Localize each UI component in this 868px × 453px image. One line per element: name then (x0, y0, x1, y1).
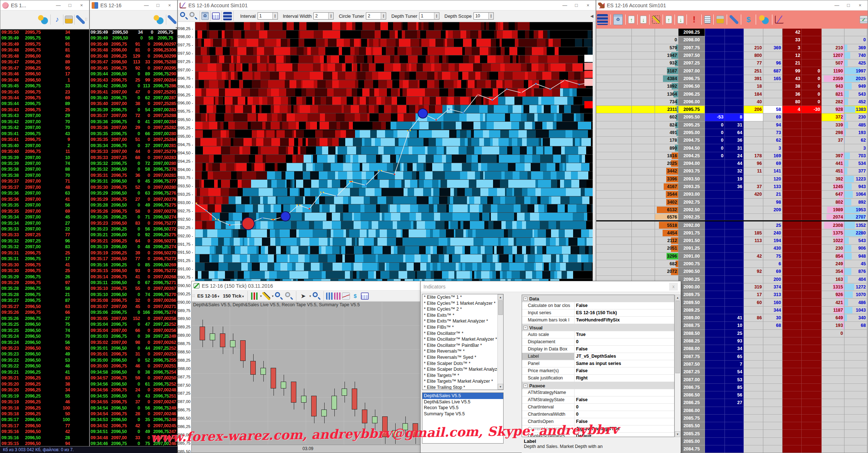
collapse-toolbar-button[interactable]: ◀ (591, 14, 593, 18)
dom-ask-change-cell[interactable] (802, 191, 822, 198)
dom-sells-cell[interactable]: 184 (744, 90, 763, 98)
sheet-icon[interactable] (361, 292, 369, 300)
alert-icon[interactable]: ! (689, 15, 699, 24)
dom-ask-change-cell[interactable] (802, 345, 822, 353)
property-value[interactable]: TwoHundredFiftySix (575, 317, 674, 324)
dom-bid-cell[interactable]: 36 (725, 183, 744, 191)
dom-bid-cell[interactable] (725, 283, 744, 291)
dom-ask-change-cell[interactable] (802, 113, 822, 121)
property-row[interactable]: Scale justificationRight (522, 375, 674, 382)
dom-ask-cell[interactable] (783, 152, 802, 160)
dom-ask-cell[interactable] (783, 330, 802, 337)
dom-ask-change-cell[interactable] (802, 221, 822, 229)
property-value[interactable]: Right (575, 375, 674, 382)
dom-ask-change-cell[interactable] (802, 44, 822, 52)
dom-bid-cell[interactable]: 54 (725, 368, 744, 376)
line-chart-icon[interactable] (342, 292, 350, 300)
dom-bid-change-cell[interactable] (705, 214, 725, 220)
dom-bid-change-cell[interactable] (705, 183, 725, 191)
dom-levels-icon[interactable] (597, 14, 608, 25)
minimize-button[interactable]: — (559, 1, 571, 10)
dom-bid-change-cell[interactable] (705, 268, 725, 275)
dom-buys-cell[interactable]: 169 (763, 152, 783, 160)
instrument-select[interactable]: ES 12-16▾ (196, 293, 221, 299)
dom-bid-change-cell[interactable] (705, 83, 725, 90)
dom-buys-cell[interactable] (763, 337, 783, 345)
dom-sells-cell[interactable]: 42 (744, 253, 763, 260)
clear-markers-icon[interactable] (652, 16, 660, 24)
indicator-list-item[interactable]: * Elite FIBs™ * (422, 324, 503, 331)
dom-bid-change-cell[interactable] (705, 299, 725, 306)
dom-buys-cell[interactable]: 94 (763, 121, 783, 129)
dom-ask-cell[interactable]: 43 (783, 75, 802, 83)
dom-bid-change-cell[interactable] (705, 245, 725, 252)
dom-ask-change-cell[interactable] (802, 376, 822, 383)
dom-ask-cell[interactable] (783, 391, 802, 399)
dom-bid-cell[interactable]: 10 (725, 322, 744, 329)
dom-ask-cell[interactable] (783, 322, 802, 329)
search-icon[interactable] (312, 291, 321, 301)
dom-bid-cell[interactable] (725, 98, 744, 106)
dom-buys-cell[interactable] (763, 98, 783, 106)
property-value[interactable]: JT_v5_DepthSales (575, 353, 674, 360)
dom-sells-cell[interactable] (744, 214, 763, 220)
dom-ask-change-cell[interactable] (802, 206, 822, 214)
dom-ask-change-cell[interactable] (802, 237, 822, 245)
dom-ask-cell[interactable] (783, 368, 802, 376)
dom-bid-cell[interactable]: 7 (725, 361, 744, 368)
dom-bid-cell[interactable]: 53 (725, 376, 744, 383)
dom-buys-cell[interactable]: 313 (763, 291, 783, 299)
dom-ask-cell[interactable] (783, 268, 802, 275)
dom-sells-cell[interactable] (744, 199, 763, 206)
property-row[interactable]: PanelSame as input series (522, 360, 674, 367)
dom-ask-change-cell[interactable] (802, 160, 822, 167)
dom-buys-cell[interactable] (763, 52, 783, 59)
dom-sells-cell[interactable] (744, 322, 763, 329)
dom-buys-cell[interactable] (763, 422, 783, 430)
property-value[interactable]: False (575, 396, 674, 403)
dom-bid-change-cell[interactable] (705, 430, 725, 437)
dom-buys-cell[interactable]: 160 (763, 299, 783, 306)
dom-sells-cell[interactable] (744, 175, 763, 183)
minimize-button[interactable]: — (831, 1, 843, 10)
available-list-scrollbar[interactable]: ▲ ▼ (497, 294, 503, 390)
dom-buys-cell[interactable] (763, 83, 783, 90)
property-row[interactable]: Input seriesES 12-16 (150 Tick) (522, 309, 674, 317)
dom-bid-cell[interactable] (725, 83, 744, 90)
dom-bid-cell[interactable] (725, 106, 744, 113)
dom-ask-change-cell[interactable] (802, 407, 822, 415)
dom-bid-change-cell[interactable] (705, 67, 725, 75)
dom-buys-cell[interactable] (763, 29, 783, 36)
dom-sells-cell[interactable]: 206 (744, 106, 763, 113)
dom-buys-cell[interactable]: 344 (763, 307, 783, 314)
dollar-icon[interactable]: $ (351, 291, 360, 301)
dom-bid-change-cell[interactable] (705, 52, 725, 59)
property-value[interactable]: ES 12-16 (150 Tick) (575, 309, 674, 316)
dom-bid-cell[interactable]: 31 (725, 121, 744, 129)
dom-bid-change-cell[interactable] (705, 376, 725, 383)
dom-ask-cell[interactable] (783, 314, 802, 322)
dom-bid-change-cell[interactable] (705, 199, 725, 206)
property-value[interactable]: False (575, 302, 674, 309)
dom-bid-cell[interactable] (725, 229, 744, 237)
dom-bid-change-cell[interactable] (705, 29, 725, 36)
property-row[interactable]: Price marker(s)False (522, 367, 674, 375)
chart-plot[interactable]: Depth&Sales V5.5, Depth&Sales Live V5.5,… (192, 302, 445, 445)
wrench-icon[interactable] (168, 15, 176, 24)
dom-bid-change-cell[interactable]: 0 (705, 121, 725, 129)
dom-buys-cell[interactable]: 73 (763, 129, 783, 137)
property-grid-scrollbar[interactable]: ▲ ▼ (675, 295, 680, 437)
dom-ask-cell[interactable] (783, 175, 802, 183)
dom-buys-cell[interactable] (763, 353, 783, 360)
dom-ask-cell[interactable] (783, 160, 802, 167)
dom-ask-change-cell[interactable] (802, 291, 822, 299)
dom-buys-cell[interactable]: 69 (763, 268, 783, 275)
dom-ask-change-cell[interactable]: 0 (802, 98, 822, 106)
dom-ask-cell[interactable] (783, 283, 802, 291)
dom-sells-cell[interactable] (744, 445, 763, 453)
dom-bid-change-cell[interactable] (705, 36, 725, 44)
property-value[interactable]: 0 (575, 404, 674, 411)
dom-ask-cell[interactable] (783, 237, 802, 245)
dom-ask-change-cell[interactable] (802, 214, 822, 220)
dom-bid-change-cell[interactable] (705, 314, 725, 322)
